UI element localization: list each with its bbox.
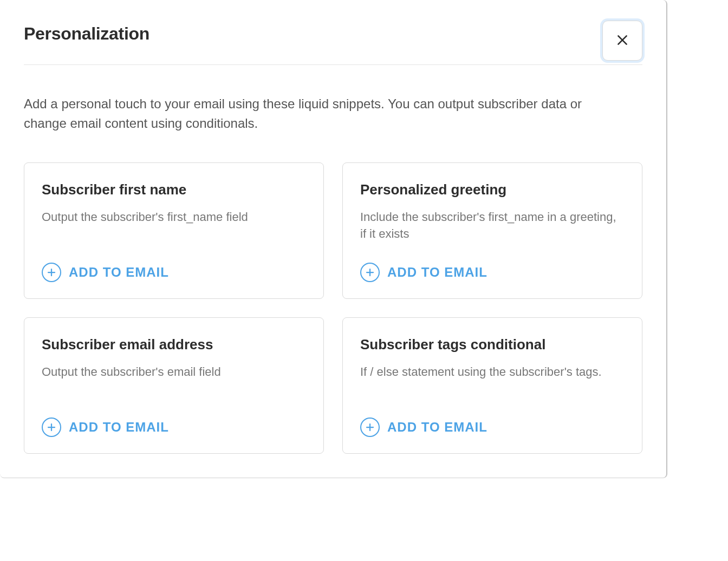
snippet-grid: Subscriber first name Output the subscri… [24,162,642,454]
close-button[interactable] [602,21,642,61]
add-button-label: ADD TO EMAIL [387,420,487,435]
card-title: Subscriber first name [42,181,306,198]
add-to-email-button[interactable]: ADD TO EMAIL [42,263,306,282]
snippet-card-first-name: Subscriber first name Output the subscri… [24,162,324,299]
add-button-label: ADD TO EMAIL [69,420,169,435]
card-description: If / else statement using the subscriber… [360,364,625,402]
plus-circle-icon [42,263,61,282]
plus-circle-icon [360,263,380,282]
plus-circle-icon [360,418,380,437]
card-title: Subscriber email address [42,336,306,353]
snippet-card-tags-conditional: Subscriber tags conditional If / else st… [342,317,642,454]
close-icon [615,33,629,49]
modal-title: Personalization [24,24,150,44]
add-to-email-button[interactable]: ADD TO EMAIL [360,263,625,282]
plus-circle-icon [42,418,61,437]
card-title: Subscriber tags conditional [360,336,625,353]
snippet-card-personalized-greeting: Personalized greeting Include the subscr… [342,162,642,299]
modal-description: Add a personal touch to your email using… [24,94,609,133]
divider [24,64,642,65]
snippet-card-email-address: Subscriber email address Output the subs… [24,317,324,454]
card-title: Personalized greeting [360,181,625,198]
personalization-modal: Personalization Add a personal touch to … [0,0,667,478]
add-to-email-button[interactable]: ADD TO EMAIL [360,418,625,437]
add-to-email-button[interactable]: ADD TO EMAIL [42,418,306,437]
card-description: Output the subscriber's first_name field [42,209,306,247]
card-description: Include the subscriber's first_name in a… [360,209,625,247]
add-button-label: ADD TO EMAIL [69,265,169,280]
modal-header: Personalization [24,24,642,44]
add-button-label: ADD TO EMAIL [387,265,487,280]
card-description: Output the subscriber's email field [42,364,306,402]
